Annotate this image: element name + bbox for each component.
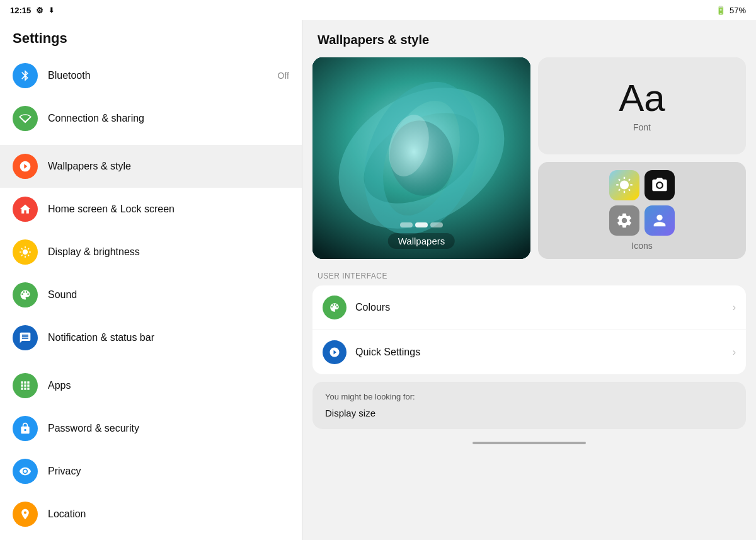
- sidebar-group-3: Apps Password & security Privacy Locatio…: [0, 364, 302, 540]
- battery-icon: 🔋: [716, 6, 726, 15]
- ui-list-card: Colours › Quick Settings ›: [312, 285, 746, 374]
- wallpaper-card[interactable]: Wallpapers: [312, 57, 530, 259]
- font-label: Font: [633, 122, 651, 132]
- password-label: Password & security: [48, 423, 289, 434]
- icons-card[interactable]: Icons: [538, 162, 746, 259]
- notification-icon: [13, 325, 38, 350]
- sidebar-item-connection[interactable]: Connection & sharing: [0, 97, 302, 140]
- sidebar-group-2: Wallpapers & style Home screen & Lock sc…: [0, 145, 302, 359]
- user-interface-label: USER INTERFACE: [312, 267, 746, 285]
- bluetooth-icon: [13, 63, 38, 88]
- sidebar-item-homescreen[interactable]: Home screen & Lock screen: [0, 188, 302, 231]
- battery-percentage: 57%: [730, 6, 746, 15]
- display-icon: [13, 239, 38, 265]
- suggestion-title: You might be looking for:: [325, 392, 733, 401]
- status-time: 12:15: [10, 6, 31, 15]
- wallpaper-background: [312, 57, 530, 259]
- app-icon-weather: [609, 170, 639, 200]
- wallpaper-indicator: [400, 222, 443, 227]
- wallpaper-label: Wallpapers: [388, 233, 455, 249]
- quick-settings-item[interactable]: Quick Settings ›: [312, 330, 746, 374]
- sidebar: Settings Bluetooth Off Connection & shar…: [0, 20, 302, 540]
- location-icon: [13, 502, 38, 527]
- suggestion-link[interactable]: Display size: [325, 408, 375, 418]
- colours-label: Colours: [355, 302, 733, 313]
- bluetooth-value: Off: [278, 71, 289, 81]
- indicator-dot-1: [400, 222, 413, 227]
- colours-icon: [323, 296, 346, 319]
- privacy-icon: [13, 459, 38, 484]
- sidebar-item-password[interactable]: Password & security: [0, 407, 302, 450]
- sidebar-item-apps[interactable]: Apps: [0, 364, 302, 407]
- icons-grid: [609, 170, 675, 236]
- nav-indicator: [472, 442, 586, 444]
- privacy-label: Privacy: [48, 466, 289, 477]
- status-left: 12:15 ⚙ ⬇: [10, 6, 54, 15]
- connection-label: Connection & sharing: [48, 113, 289, 124]
- homescreen-label: Home screen & Lock screen: [48, 204, 289, 215]
- apps-icon: [13, 373, 38, 398]
- app-icon-camera: [644, 170, 675, 200]
- display-label: Display & brightness: [48, 246, 289, 258]
- quick-settings-chevron: ›: [733, 347, 736, 358]
- sidebar-item-privacy[interactable]: Privacy: [0, 450, 302, 493]
- quick-settings-label: Quick Settings: [355, 347, 733, 358]
- panel-content: Wallpapers Aa Font: [302, 57, 756, 429]
- connection-icon: [13, 106, 38, 131]
- sidebar-group-1: Bluetooth Off Connection & sharing: [0, 54, 302, 140]
- password-icon: [13, 416, 38, 441]
- notification-label: Notification & status bar: [48, 332, 289, 343]
- status-bar: 12:15 ⚙ ⬇ 🔋 57%: [0, 0, 756, 20]
- top-cards: Wallpapers Aa Font: [312, 57, 746, 259]
- quick-settings-icon: [323, 340, 346, 364]
- panel-title: Wallpapers & style: [302, 20, 756, 57]
- font-sample-text: Aa: [619, 79, 665, 117]
- bottom-bar: [302, 437, 756, 449]
- sidebar-item-battery[interactable]: Battery: [0, 536, 302, 540]
- main-container: Settings Bluetooth Off Connection & shar…: [0, 20, 756, 540]
- sidebar-title: Settings: [0, 20, 302, 54]
- indicator-dot-3: [430, 222, 443, 227]
- icons-label: Icons: [631, 241, 652, 251]
- location-label: Location: [48, 508, 289, 520]
- wallpapers-icon: [13, 154, 38, 179]
- apps-label: Apps: [48, 380, 289, 391]
- sound-label: Sound: [48, 289, 289, 301]
- right-cards: Aa Font: [538, 57, 746, 259]
- sound-icon: [13, 282, 38, 307]
- bluetooth-label: Bluetooth: [48, 70, 278, 81]
- suggestion-card: You might be looking for: Display size: [312, 382, 746, 429]
- app-icon-contacts: [644, 205, 675, 236]
- right-panel: Wallpapers & style: [302, 20, 756, 540]
- sidebar-item-notification[interactable]: Notification & status bar: [0, 316, 302, 359]
- indicator-dot-2: [415, 222, 428, 227]
- sidebar-item-location[interactable]: Location: [0, 493, 302, 536]
- colours-chevron: ›: [733, 302, 736, 313]
- sidebar-item-bluetooth[interactable]: Bluetooth Off: [0, 54, 302, 97]
- app-icon-settings: [609, 205, 639, 236]
- colours-item[interactable]: Colours ›: [312, 285, 746, 330]
- status-right: 🔋 57%: [716, 6, 746, 15]
- homescreen-icon: [13, 197, 38, 222]
- download-icon: ⬇: [49, 6, 54, 14]
- gear-icon: ⚙: [36, 6, 43, 15]
- font-card[interactable]: Aa Font: [538, 57, 746, 154]
- sidebar-item-wallpapers[interactable]: Wallpapers & style: [0, 145, 302, 188]
- sidebar-item-display[interactable]: Display & brightness: [0, 231, 302, 273]
- wallpapers-label: Wallpapers & style: [48, 161, 289, 172]
- sidebar-item-sound[interactable]: Sound: [0, 273, 302, 316]
